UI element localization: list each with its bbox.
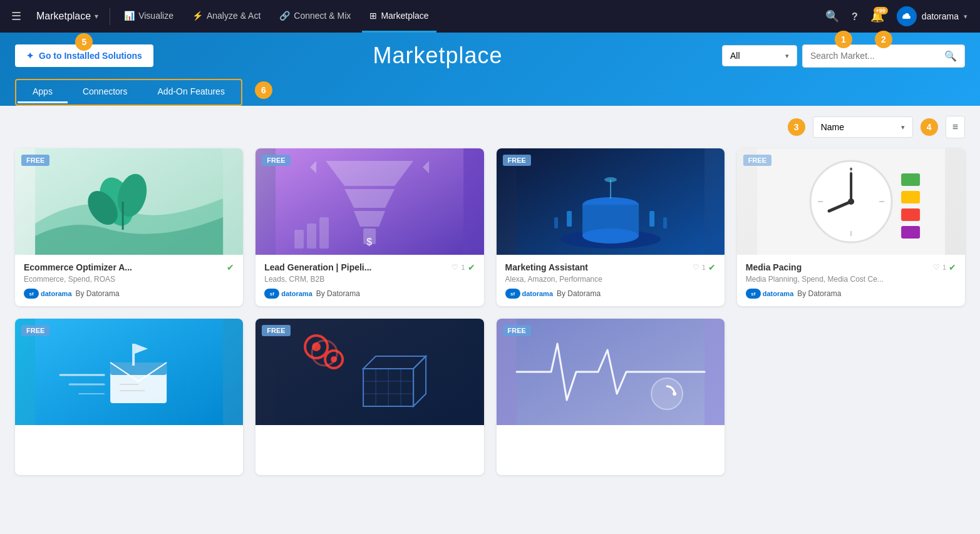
nav-right-controls: 🔍 ? 🔔 +99 datorama ▾ [820,4,972,29]
annotation-4: 4 [921,118,938,136]
card-marketing-image: FREE [497,148,725,255]
card-marketing-body: Marketing Assistant ♡ 1 ✔ Alexa, Amazon,… [497,255,725,306]
nav-item-connect[interactable]: 🔗 Connect & Mix [272,0,358,33]
tab-add-on-features[interactable]: Add-On Features [143,81,240,103]
svg-rect-37 [901,173,920,186]
card-dark-badge: FREE [262,325,290,336]
salesforce-cloud-icon: sf [264,289,279,299]
card-ecommerce-title: Ecommerce Optimizer A... [24,262,132,272]
card-ecommerce-body: Ecommerce Optimizer A... ✔ Ecommerce, Sp… [15,255,243,306]
svg-rect-38 [901,191,920,203]
svg-rect-52 [276,319,463,425]
annotation-1: 1 [835,31,852,48]
notifications-button[interactable]: 🔔 +99 [865,6,889,27]
sort-chevron-icon: ▾ [901,123,905,131]
sort-row: 3 Name ▾ 4 ≡ [15,116,965,138]
page-title: Marketplace [163,43,712,69]
card-marketing[interactable]: FREE [497,148,725,306]
user-chevron: ▾ [964,13,967,21]
svg-point-22 [604,177,617,182]
svg-rect-40 [901,226,920,239]
search-input[interactable] [810,51,939,61]
search-nav-button[interactable]: 🔍 [820,6,844,27]
svg-point-69 [673,392,676,396]
card-lead-title: Lead Generation | Pipeli... [264,262,371,272]
svg-rect-39 [901,208,920,221]
card-email-body [15,425,243,475]
card-ecommerce-author: sf datorama By Datorama [24,289,234,299]
tabs-area: Apps Connectors Add-On Features 6 [15,79,965,106]
help-button[interactable]: ? [847,6,863,27]
card-pulse-body [497,425,725,475]
annotation-2: 2 [875,31,892,48]
annotation-5: 5 [75,33,93,51]
svg-rect-25 [554,217,558,228]
filter-chevron-icon: ▾ [785,52,789,60]
svg-point-20 [582,228,639,244]
filter-dropdown[interactable]: All ▾ [722,45,797,66]
cards-grid-row1: FREE [15,148,965,306]
check-icon: ✔ [949,262,956,272]
card-lead-body: Lead Generation | Pipeli... ♡ 1 ✔ Leads,… [255,255,483,306]
app-title-chevron: ▾ [95,12,98,21]
nav-item-visualize[interactable]: 📊 Visualize [116,0,181,33]
card-dark[interactable]: FREE [255,319,483,475]
card-pacing-image: FREE [737,148,965,255]
cards-grid-row2: FREE [15,319,965,475]
card-pacing-badge: FREE [743,155,771,166]
connect-icon: 🔗 [279,11,290,21]
card-lead-image: FREE $ [255,148,483,255]
svg-point-68 [651,378,683,409]
nav-item-analyze[interactable]: ⚡ Analyze & Act [185,0,268,33]
svg-text:$: $ [366,237,372,247]
tabs-container: Apps Connectors Add-On Features [15,79,242,106]
svg-point-32 [848,198,854,205]
datorama-logo: sf datorama [264,289,312,299]
check-icon: ✔ [227,262,234,272]
user-menu[interactable]: datorama ▾ [892,4,972,29]
svg-rect-45 [132,344,135,366]
card-email-image: FREE [15,319,243,425]
card-pulse-image: FREE [497,319,725,425]
card-email[interactable]: FREE [15,319,243,475]
app-title-text: Marketplace [36,11,91,22]
datorama-logo: sf datorama [746,289,794,299]
card-pacing-meta: ♡ 1 ✔ [933,262,956,272]
nav-divider-1 [110,8,110,25]
sort-dropdown[interactable]: Name ▾ [813,116,913,138]
card-dark-image: FREE [255,319,483,425]
search-nav-icon: 🔍 [825,10,839,23]
marketplace-nav-icon: ⊞ [369,11,377,21]
card-pacing-tags: Media Planning, Spend, Media Cost Ce... [746,275,956,284]
annotation-3: 3 [788,118,805,136]
card-pacing-title: Media Pacing [746,262,802,272]
card-lead-meta: ♡ 1 ✔ [451,262,475,272]
svg-rect-23 [567,211,572,227]
card-pulse[interactable]: FREE [497,319,725,475]
hamburger-menu[interactable]: ☰ [8,6,25,27]
card-lead-gen[interactable]: FREE $ [255,148,483,306]
datorama-logo: sf datorama [505,289,554,299]
tab-apps[interactable]: Apps [18,81,68,103]
nav-item-marketplace[interactable]: ⊞ Marketplace [362,0,436,33]
svg-rect-24 [649,211,654,227]
check-icon: ✔ [708,262,716,272]
app-title-dropdown[interactable]: Marketplace ▾ [31,11,103,22]
card-marketing-badge: FREE [503,155,531,166]
card-marketing-author: sf datorama By Datorama [505,289,716,299]
card-pacing-body: Media Pacing ♡ 1 ✔ Media Planning, Spend… [737,255,965,306]
datorama-logo: sf datorama [24,289,72,299]
svg-rect-15 [319,217,329,249]
card-ecommerce[interactable]: FREE [15,148,243,306]
tab-connectors[interactable]: Connectors [68,81,143,103]
view-toggle-button[interactable]: ≡ [946,116,965,138]
search-icon[interactable]: 🔍 [944,50,957,62]
card-ecommerce-image: FREE [15,148,243,255]
salesforce-cloud-icon: sf [746,289,761,299]
analyze-icon: ⚡ [192,11,203,21]
card-pacing[interactable]: FREE [737,148,965,306]
avatar [897,6,917,26]
card-dark-body [255,425,483,475]
svg-rect-26 [663,217,667,228]
card-marketing-meta: ♡ 1 ✔ [693,262,716,272]
